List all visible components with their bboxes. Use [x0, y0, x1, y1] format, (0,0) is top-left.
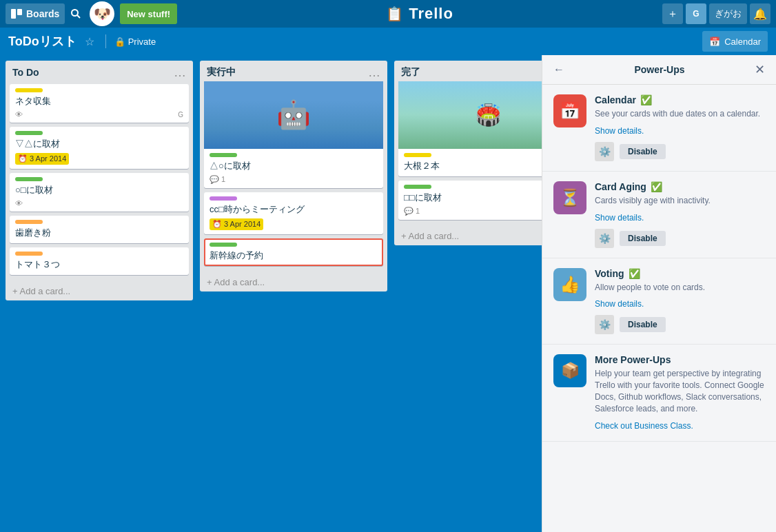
plus-icon: + [207, 277, 214, 287]
divider [105, 34, 106, 48]
power-ups-panel: ← Power-Ups ✕ 📅 Calendar ✅ See your card… [542, 55, 776, 532]
plus-icon: + [12, 286, 20, 296]
powerup-actions: ⚙️ Disable [595, 229, 765, 248]
list-menu-button-inprogress[interactable]: … [368, 66, 380, 79]
back-arrow-icon: ← [553, 63, 564, 75]
panel-back-button[interactable]: ← [553, 63, 564, 76]
powerup-desc: Cards visibly age with inactivity. [595, 195, 765, 207]
gear-icon: ⚙️ [599, 233, 611, 244]
powerup-actions: ⚙️ Disable [595, 142, 765, 161]
calendar-powerup-icon: 📅 [553, 94, 586, 127]
card-text: ▽△に取材 [15, 139, 60, 149]
list-done: 完了 … 🏟️ 大根２本 □□に取材 💬 1 [394, 61, 542, 245]
settings-button[interactable]: ⚙️ [595, 142, 614, 161]
disable-button[interactable]: Disable [620, 231, 666, 246]
powerup-title-row: Card Aging ✅ [595, 181, 765, 192]
list-title-done: 完了 [401, 66, 420, 79]
enabled-check-icon: ✅ [629, 268, 640, 279]
card-meeting[interactable]: cc□時からミーティング ⏰ 3 Apr 2014 [204, 192, 383, 234]
card-meta: 👁 G [15, 110, 183, 119]
powerup-title-row: Voting ✅ [595, 268, 765, 279]
card-sikaku-totsuzai[interactable]: □□に取材 💬 1 [398, 181, 542, 220]
list-header-done: 完了 … [394, 61, 542, 81]
card-label [15, 252, 43, 256]
notifications-button[interactable]: 🔔 [750, 3, 770, 24]
card-shinkansen[interactable]: 新幹線の予約 [204, 238, 383, 266]
gear-icon: ⚙️ [599, 146, 611, 157]
show-details-link[interactable]: Show details. [595, 213, 644, 223]
panel-header: ← Power-Ups ✕ [542, 55, 776, 85]
board-area: To Do … ネタ収集 👁 G ▽△に取材 [0, 55, 542, 532]
disable-button[interactable]: Disable [620, 317, 666, 332]
card-marusiku[interactable]: ○□に取材 👁 [10, 173, 189, 212]
boards-label: Boards [26, 8, 59, 19]
card-label [210, 243, 237, 247]
gear-icon: ⚙️ [599, 319, 611, 330]
powerup-calendar-body: Calendar ✅ See your cards with due dates… [595, 94, 765, 161]
eye-icon: 👁 [15, 110, 23, 119]
card-text: □□に取材 [404, 192, 442, 203]
powerup-calendar: 📅 Calendar ✅ See your cards with due dat… [542, 85, 776, 172]
card-tomato[interactable]: トマト３つ [10, 247, 189, 275]
more-powerups-desc: Help your team get perspective by integr… [595, 368, 765, 414]
avatar-letter: G [693, 9, 699, 19]
comment-icon: 💬 1 [210, 175, 225, 184]
new-stuff-button[interactable]: New stuff! [120, 3, 177, 24]
add-card-button-done[interactable]: + Add a card... [394, 227, 542, 245]
disable-button[interactable]: Disable [620, 144, 666, 159]
add-card-button-todo[interactable]: + Add a card... [6, 282, 193, 300]
card-label [404, 185, 431, 189]
list-cards-todo: ネタ収集 👁 G ▽△に取材 ⏰ 3 Apr 2014 [6, 81, 193, 282]
card-text: 大根２本 [404, 161, 440, 171]
powerup-desc: Allow people to vote on cards. [595, 282, 765, 294]
card-hamigaki[interactable]: 歯磨き粉 [10, 216, 189, 243]
more-powerups-body: More Power-Ups Help your team get perspe… [595, 354, 765, 431]
search-button[interactable] [68, 3, 84, 24]
card-text: △○に取材 [210, 161, 251, 171]
aging-powerup-icon: ⏳ [553, 181, 586, 214]
card-text: トマト３つ [15, 259, 60, 269]
enabled-check-icon: ✅ [651, 181, 662, 192]
avatar-button[interactable]: G [686, 3, 706, 24]
card-label [15, 88, 43, 92]
card-meta: 💬 1 [404, 207, 542, 216]
list-header-inprogress: 実行中 … [200, 61, 387, 81]
calendar-button[interactable]: 📅 Calendar [702, 31, 768, 52]
card-label [210, 196, 237, 201]
checkout-link[interactable]: Check out Business Class. [595, 421, 693, 431]
card-text: ○□に取材 [15, 185, 53, 195]
card-label [15, 131, 43, 135]
show-details-link[interactable]: Show details. [595, 126, 644, 136]
list-header-todo: To Do … [6, 61, 193, 81]
panel-close-button[interactable]: ✕ [755, 62, 765, 77]
card-neta[interactable]: ネタ収集 👁 G [10, 84, 189, 123]
card-meta: 👁 [15, 199, 183, 207]
card-daikon[interactable]: 🏟️ 大根２本 [398, 81, 542, 176]
settings-button[interactable]: ⚙️ [595, 229, 614, 248]
bell-icon: 🔔 [753, 8, 767, 21]
card-sankaku[interactable]: ▽△に取材 ⏰ 3 Apr 2014 [10, 127, 189, 169]
card-text: 新幹線の予約 [210, 250, 263, 260]
settings-button[interactable]: ⚙️ [595, 315, 614, 334]
panel-title: Power-Ups [634, 64, 684, 75]
add-button[interactable]: ＋ [662, 3, 683, 24]
show-details-link[interactable]: Show details. [595, 299, 644, 309]
star-button[interactable]: ☆ [82, 35, 97, 48]
powerup-name: Calendar [595, 94, 636, 105]
card-text: cc□時からミーティング [210, 204, 305, 214]
powerup-actions: ⚙️ Disable [595, 315, 765, 334]
board-title: ToDoリスト [8, 33, 76, 50]
list-menu-button-todo[interactable]: … [174, 66, 186, 79]
card-date: ⏰ 3 Apr 2014 [210, 218, 263, 230]
add-card-button-inprogress[interactable]: + Add a card... [200, 273, 387, 291]
sub-header: ToDoリスト ☆ 🔒 Private 📅 Calendar [0, 28, 776, 55]
card-label [15, 177, 43, 181]
private-button[interactable]: 🔒 Private [114, 37, 156, 47]
card-sankaku-totsuzai[interactable]: 🤖 △○に取材 💬 1 [204, 81, 383, 188]
card-label [404, 153, 431, 157]
header-right: ＋ G ぎがお 🔔 [662, 3, 770, 24]
boards-button[interactable]: Boards [6, 3, 65, 24]
search-icon [70, 8, 81, 19]
username-button[interactable]: ぎがお [709, 3, 747, 24]
taco-logo: 🐶 [90, 1, 114, 26]
